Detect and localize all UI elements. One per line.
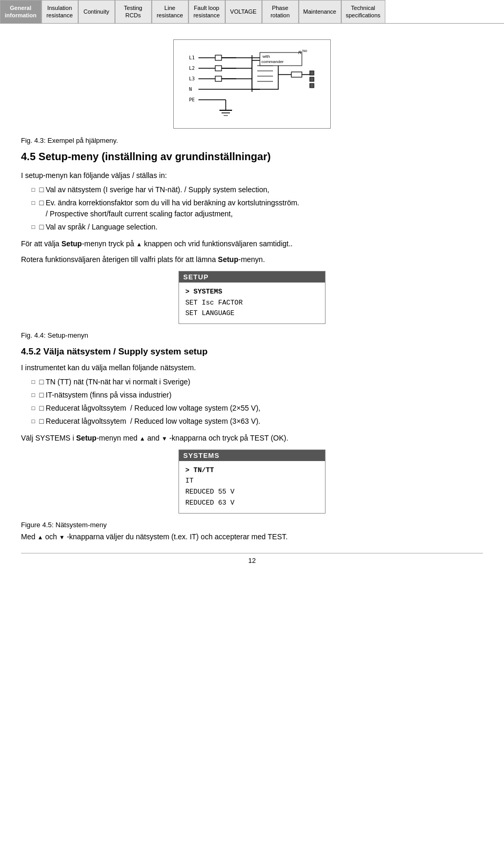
- svg-rect-37: [310, 71, 314, 75]
- bold-setup-2: Setup: [218, 255, 238, 264]
- network-item-3: □ Reducerat lågvoltssytem / Reduced low …: [32, 403, 483, 414]
- bullet-text-1: Val av nätsystem (I sverige har vi TN-nä…: [46, 184, 269, 195]
- section-heading-4-5: 4.5 Setup-meny (inställning av grundinst…: [21, 151, 483, 163]
- svg-text:PE: PE: [189, 97, 195, 102]
- net-bullet-3: □: [39, 403, 46, 414]
- svg-text:with: with: [262, 54, 270, 59]
- setup-menu-header: SETUP: [179, 271, 325, 283]
- net-text-1: TN (TT) nät (TN-nät har vi normalt i Sve…: [46, 377, 190, 388]
- tab-line-resistance[interactable]: Line resistance: [152, 0, 188, 23]
- network-list: □ TN (TT) nät (TN-nät har vi normalt i S…: [32, 377, 483, 427]
- page-number: 12: [21, 553, 483, 564]
- svg-text:N: N: [189, 87, 192, 92]
- bullet-item-3: □ Val av språk / Language selection.: [32, 222, 483, 233]
- setup-menu-body: > SYSTEMS SET Isc FACTOR SET LANGUAGE: [179, 283, 325, 323]
- systems-menu-box: SYSTEMS > TN/TT IT REDUCED 55 V REDUCED …: [178, 449, 326, 514]
- subsection-heading-4-5-2: 4.5.2 Välja nätsystem / Supply system se…: [21, 347, 483, 357]
- fig-4-5-caption: Figure 4.5: Nätsystem-meny: [21, 521, 483, 529]
- network-item-2: □ IT-nätsystem (finns på vissa industrie…: [32, 390, 483, 401]
- net-bullet-2: □: [39, 390, 46, 401]
- closing-para: Med ▲ och ▼ -knapparna väljer du nätsyst…: [21, 531, 483, 542]
- tab-voltage[interactable]: VOLTAGE: [225, 0, 262, 23]
- circuit-diagram: L1 L2 L3 N PE: [184, 45, 320, 123]
- fig-4-3-caption: Fig. 4.3: Exempel på hjälpmeny.: [21, 137, 483, 144]
- subsection-intro: I instrumentet kan du välja mellan följa…: [21, 362, 483, 373]
- tab-testing-rcds[interactable]: Testing RCDs: [115, 0, 152, 23]
- setup-bullet-list: □ Val av nätsystem (I sverige har vi TN-…: [32, 184, 483, 233]
- setup-para-2: Rotera funktionsväljaren återigen till v…: [21, 254, 483, 265]
- tab-fault-loop-resistance[interactable]: Fault loop resistance: [188, 0, 225, 23]
- bold-setup-1: Setup: [61, 239, 82, 248]
- systems-para: Välj SYSTEMS i Setup-menyn med ▲ and ▼ -…: [21, 432, 483, 444]
- arrow-up-icon-1: ▲: [136, 241, 142, 247]
- svg-rect-11: [215, 66, 222, 71]
- systems-menu-line-1: > TN/TT: [185, 465, 319, 476]
- diagram-container: L1 L2 L3 N PE: [21, 39, 483, 129]
- systems-menu-header: SYSTEMS: [179, 450, 325, 461]
- tab-general-information[interactable]: General information: [0, 0, 41, 23]
- svg-rect-29: [291, 72, 302, 77]
- svg-text:R: R: [298, 50, 302, 55]
- setup-menu-box: SETUP > SYSTEMS SET Isc FACTOR SET LANGU…: [178, 271, 326, 324]
- systems-menu-line-4: REDUCED 63 V: [185, 498, 319, 509]
- fig-4-4-caption: Fig. 4.4: Setup-menyn: [21, 331, 483, 339]
- svg-rect-38: [310, 77, 314, 81]
- net-text-2: IT-nätsystem (finns på vissa industrier): [46, 390, 172, 401]
- tab-insulation-resistance[interactable]: Insulation resistance: [41, 0, 78, 23]
- svg-text:L2: L2: [189, 66, 195, 71]
- svg-rect-10: [215, 55, 222, 60]
- svg-rect-12: [215, 76, 222, 81]
- tab-technical-specifications[interactable]: Technical specifications: [341, 0, 385, 23]
- svg-text:iso: iso: [302, 49, 307, 53]
- tab-continuity[interactable]: Continuity: [78, 0, 115, 23]
- net-text-3: Reducerat lågvoltssytem / Reduced low vo…: [46, 403, 260, 414]
- systems-menu-body: > TN/TT IT REDUCED 55 V REDUCED 63 V: [179, 461, 325, 513]
- setup-menu-line-2: SET Isc FACTOR: [185, 298, 319, 309]
- arrow-up-icon-2: ▲: [140, 435, 145, 442]
- setup-menu-line-3: SET LANGUAGE: [185, 308, 319, 319]
- diagram-box: L1 L2 L3 N PE: [173, 39, 331, 129]
- systems-menu-line-3: REDUCED 55 V: [185, 487, 319, 498]
- arrow-up-icon-3: ▲: [37, 534, 43, 540]
- net-text-4: Reducerat lågvoltssytem / Reduced low vo…: [46, 416, 260, 427]
- setup-intro-label: I setup-menyn kan följande väljas / stäl…: [21, 171, 167, 180]
- bullet-icon-1: □: [39, 184, 46, 195]
- setup-intro-text: I setup-menyn kan följande väljas / stäl…: [21, 170, 483, 181]
- svg-text:commander: commander: [261, 59, 284, 64]
- navigation-tabs: General information Insulation resistanc…: [0, 0, 504, 24]
- arrow-down-icon-2: ▼: [59, 534, 65, 540]
- bullet-item-1: □ Val av nätsystem (I sverige har vi TN-…: [32, 184, 483, 195]
- svg-text:L3: L3: [189, 76, 195, 81]
- svg-text:L1: L1: [189, 55, 195, 60]
- tab-phase-rotation[interactable]: Phase rotation: [262, 0, 299, 23]
- network-item-1: □ TN (TT) nät (TN-nät har vi normalt i S…: [32, 377, 483, 388]
- network-item-4: □ Reducerat lågvoltssytem / Reduced low …: [32, 416, 483, 427]
- systems-menu-line-2: IT: [185, 476, 319, 487]
- setup-para-1: För att välja Setup-menyn tryck på ▲ kna…: [21, 238, 483, 249]
- bullet-icon-2: □: [39, 197, 46, 208]
- tab-maintenance[interactable]: Maintenance: [299, 0, 341, 23]
- bullet-item-2: □ Ev. ändra korrektionsfaktor som du vil…: [32, 197, 483, 219]
- svg-rect-39: [310, 83, 314, 88]
- bullet-icon-3: □: [39, 222, 46, 233]
- net-bullet-1: □: [39, 377, 46, 388]
- bold-setup-3: Setup: [76, 434, 97, 442]
- bullet-text-3: Val av språk / Language selection.: [46, 222, 158, 233]
- net-bullet-4: □: [39, 416, 46, 427]
- arrow-down-icon-1: ▼: [162, 435, 167, 442]
- bullet-text-2: Ev. ändra korrektionsfaktor som du vill …: [46, 197, 299, 219]
- main-content: L1 L2 L3 N PE: [0, 24, 504, 575]
- setup-menu-line-1: > SYSTEMS: [185, 287, 319, 298]
